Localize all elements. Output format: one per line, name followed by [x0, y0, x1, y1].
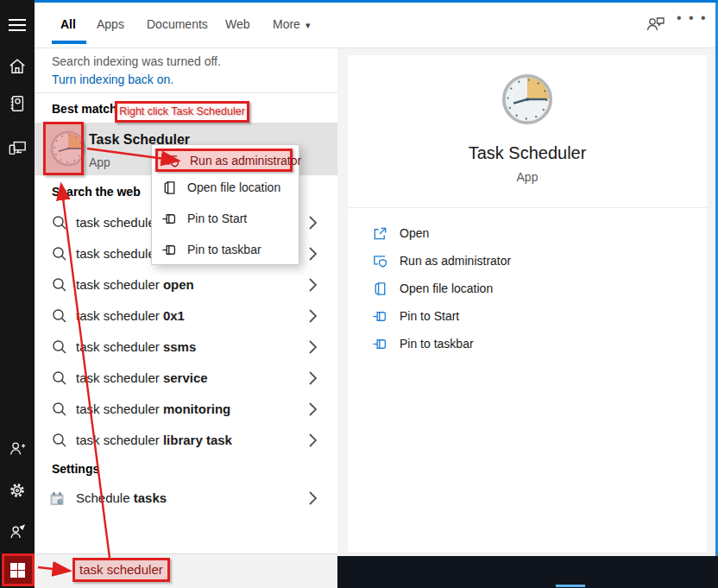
more-options-icon[interactable]: • • •	[677, 10, 708, 26]
indexing-notice: Search indexing was turned off.	[52, 54, 221, 68]
open-file-location-icon	[372, 281, 388, 297]
tab-documents[interactable]: Documents	[147, 17, 208, 31]
chrome-active-indicator	[556, 585, 585, 587]
schedule-tasks-icon	[48, 490, 66, 508]
menu-icon[interactable]	[9, 19, 26, 31]
active-tab-underline	[52, 41, 86, 44]
feedback-account-icon[interactable]	[644, 14, 666, 35]
best-match-subtitle: App	[89, 155, 110, 169]
search-icon	[52, 339, 67, 355]
chevron-right-icon[interactable]	[309, 433, 318, 447]
detail-divider	[348, 207, 707, 208]
detail-title: Task Scheduler	[348, 143, 707, 163]
home-icon[interactable]	[8, 57, 27, 76]
start-rail	[0, 0, 35, 588]
search-suggestion[interactable]: task scheduler service	[35, 363, 337, 394]
open-file-location-icon	[161, 180, 178, 196]
search-icon	[52, 277, 67, 293]
run-as-admin-icon	[164, 153, 180, 169]
annotation-box-query: task scheduler	[72, 558, 170, 582]
search-query-text: task scheduler	[75, 560, 167, 577]
search-icon	[52, 215, 67, 231]
search-web-label: Search the web	[52, 185, 141, 199]
tab-apps[interactable]: Apps	[97, 17, 124, 31]
best-match-label: Best match	[52, 102, 117, 116]
tab-all[interactable]: All	[60, 17, 76, 31]
annotation-note: Right click Task Scheduler	[115, 101, 249, 123]
search-icon	[52, 401, 67, 417]
chevron-right-icon[interactable]	[309, 278, 318, 292]
context-menu-item-pin-to-start[interactable]: Pin to Start	[152, 207, 300, 231]
settings-label: Settings	[52, 462, 99, 476]
task-scheduler-icon-large	[501, 73, 553, 125]
search-icon	[52, 370, 67, 386]
search-icon	[52, 246, 67, 262]
action-pin-to-start[interactable]: Pin to Start	[348, 307, 707, 329]
detail-subtitle: App	[348, 170, 707, 184]
chevron-right-icon[interactable]	[309, 216, 318, 230]
search-icon	[52, 433, 67, 448]
action-pin-to-taskbar[interactable]: Pin to taskbar	[348, 334, 707, 357]
taskbar	[337, 556, 718, 588]
notice-divider	[35, 92, 337, 93]
chevron-right-icon[interactable]	[309, 247, 318, 261]
windows-search-screen: All Apps Documents Web More▾ • • • Searc…	[0, 0, 718, 588]
search-suggestion[interactable]: task scheduler monitoring	[35, 394, 337, 425]
action-open[interactable]: Open	[348, 224, 707, 246]
search-suggestion[interactable]: task scheduler library task	[35, 425, 337, 456]
pin-icon	[161, 242, 178, 258]
windows-logo-icon	[10, 563, 25, 578]
search-suggestion[interactable]: task scheduler open	[35, 269, 337, 300]
detail-card	[348, 55, 707, 552]
open-icon	[372, 225, 388, 242]
devices-icon[interactable]	[8, 138, 27, 157]
chevron-right-icon[interactable]	[309, 309, 318, 323]
chevron-right-icon[interactable]	[309, 402, 318, 416]
context-menu-item-open-file-location[interactable]: Open file location	[152, 176, 300, 200]
action-open-file-location[interactable]: Open file location	[348, 279, 707, 301]
add-user-icon[interactable]	[8, 439, 27, 458]
search-icon	[52, 308, 67, 324]
context-menu-item-pin-to-taskbar[interactable]: Pin to taskbar	[152, 238, 300, 262]
pin-icon	[372, 308, 388, 325]
context-menu-item-run-as-admin[interactable]: Run as administrator	[155, 149, 293, 172]
notebook-icon[interactable]	[8, 94, 27, 113]
chevron-right-icon[interactable]	[309, 491, 318, 505]
turn-indexing-on-link[interactable]: Turn indexing back on.	[52, 73, 173, 86]
chevron-right-icon[interactable]	[309, 371, 318, 385]
tab-web[interactable]: Web	[225, 17, 250, 31]
chevron-right-icon[interactable]	[309, 340, 318, 354]
pin-icon	[161, 211, 178, 227]
settings-result-row[interactable]: Schedule tasks	[35, 483, 337, 514]
action-run-as-admin[interactable]: Run as administrator	[348, 251, 707, 274]
search-suggestion[interactable]: task scheduler ssms	[35, 332, 337, 363]
run-as-admin-icon	[372, 253, 388, 269]
dropdown-arrow-icon: ▾	[305, 20, 311, 31]
search-suggestion[interactable]: task scheduler 0x1	[35, 300, 337, 332]
pin-icon	[372, 336, 388, 352]
context-menu: Run as administrator Open file location …	[151, 144, 299, 265]
feedback-icon[interactable]	[8, 522, 27, 541]
tab-more[interactable]: More▾	[273, 17, 310, 31]
window-top-accent	[35, 0, 718, 3]
start-button[interactable]	[2, 553, 35, 586]
search-header: All Apps Documents Web More▾ • • •	[35, 3, 718, 47]
annotation-box-app-icon	[43, 122, 84, 175]
settings-gear-icon[interactable]	[8, 481, 27, 500]
